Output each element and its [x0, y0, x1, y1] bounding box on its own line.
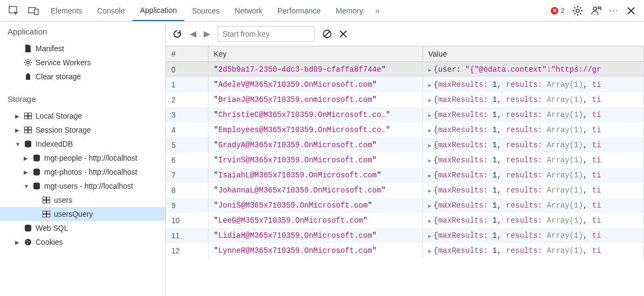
row-index: 1: [166, 77, 208, 92]
sidebar-item-db-photos[interactable]: ▶ mgt-photos - http://localhost: [0, 165, 165, 179]
tab-performance[interactable]: Performance: [270, 0, 328, 21]
svg-point-31: [25, 239, 31, 245]
sidebar-item-db-users[interactable]: ▼ mgt-users - http://localhost: [0, 179, 165, 193]
more-icon[interactable]: ···: [609, 6, 619, 16]
clear-objectstore-icon[interactable]: [322, 29, 332, 39]
row-key: "ChristieC@M365x710359.OnMicrosoft.co…": [208, 107, 423, 122]
row-index: 10: [166, 213, 208, 228]
table-row[interactable]: 0"2d5b9a17-2350-4dc3-bd09-cfaffa8f744e"▶…: [166, 62, 644, 78]
row-key: "JohannaL@M365x710359.OnMicrosoft.com": [208, 183, 423, 198]
table-row[interactable]: 11"LidiaH@M365x710359.OnMicrosoft.com"▶{…: [166, 228, 644, 243]
svg-point-3: [576, 9, 579, 12]
collapse-icon[interactable]: ▼: [24, 183, 29, 189]
tab-sources[interactable]: Sources: [184, 0, 227, 21]
refresh-icon[interactable]: [172, 29, 182, 39]
row-index: 7: [166, 168, 208, 183]
table-row[interactable]: 3"ChristieC@M365x710359.OnMicrosoft.co…"…: [166, 107, 644, 122]
sidebar-item-service-workers[interactable]: ▶ Service Workers: [0, 56, 165, 70]
database-icon: [32, 182, 41, 190]
row-value: ▶{maxResults: 1, results: Array(1), ti: [423, 243, 644, 258]
svg-point-32: [26, 240, 27, 242]
svg-rect-21: [43, 197, 46, 199]
sidebar-item-manifest[interactable]: ▶ Manifest: [0, 42, 165, 56]
table-row[interactable]: 10"LeeG@M365x710359.OnMicrosoft.com"▶{ma…: [166, 213, 644, 228]
table-row[interactable]: 8"JohannaL@M365x710359.OnMicrosoft.com"▶…: [166, 183, 644, 198]
tab-network[interactable]: Network: [227, 0, 270, 21]
table-row[interactable]: 12"LynneR@M365x710359.OnMicrosoft.com"▶{…: [166, 243, 644, 258]
row-value: ▶{maxResults: 1, results: Array(1), ti: [423, 198, 644, 213]
svg-rect-8: [29, 113, 31, 115]
feedback-icon[interactable]: [591, 5, 601, 16]
tab-console[interactable]: Console: [89, 0, 132, 21]
svg-rect-26: [43, 211, 46, 214]
expand-icon[interactable]: ▶: [15, 113, 20, 119]
row-key: "BrianJ@M365x710359.onmicrosoft.com": [208, 92, 423, 107]
tab-elements[interactable]: Elements: [43, 0, 89, 21]
table-row[interactable]: 5"GradyA@M365x710359.OnMicrosoft.com"▶{m…: [166, 137, 644, 153]
row-index: 3: [166, 107, 208, 122]
row-index: 9: [166, 198, 208, 213]
sidebar-item-store-usersquery[interactable]: ▶ usersQuery: [0, 207, 165, 221]
section-application: Application: [0, 22, 165, 42]
collapse-icon[interactable]: ▼: [15, 141, 20, 147]
column-key[interactable]: Key: [208, 46, 423, 62]
row-value: ▶{user: "{"@odata.context":"https://gr: [423, 62, 644, 78]
sidebar-item-clear-storage[interactable]: ▶ Clear storage: [0, 70, 165, 84]
inspect-element-icon[interactable]: [4, 0, 24, 21]
table-icon: [24, 112, 32, 120]
database-icon: [24, 224, 32, 232]
table-row[interactable]: 9"JoniS@M365x710359.OnMicrosoft.com"▶{ma…: [166, 198, 644, 213]
row-value: ▶{maxResults: 1, results: Array(1), ti: [423, 183, 644, 198]
prev-page-icon[interactable]: ◀: [190, 29, 196, 39]
sidebar-item-cookies[interactable]: ▶ Cookies: [0, 235, 165, 249]
row-value: ▶{maxResults: 1, results: Array(1), ti: [423, 77, 644, 92]
table-row[interactable]: 6"IrvinS@M365x710359.OnMicrosoft.com"▶{m…: [166, 153, 644, 168]
tab-application[interactable]: Application: [133, 0, 185, 21]
table-row[interactable]: 2"BrianJ@M365x710359.onmicrosoft.com"▶{m…: [166, 92, 644, 107]
error-icon: ✕: [551, 7, 558, 15]
row-value: ▶{maxResults: 1, results: Array(1), ti: [423, 228, 644, 243]
row-index: 2: [166, 92, 208, 107]
sidebar-item-db-people[interactable]: ▶ mgt-people - http://localhost: [0, 151, 165, 165]
table-row[interactable]: 1"AdeleV@M365x710359.OnMicrosoft.com"▶{m…: [166, 77, 644, 92]
trash-icon: [24, 72, 32, 81]
row-key: "GradyA@M365x710359.OnMicrosoft.com": [208, 137, 423, 153]
column-index[interactable]: #: [166, 46, 208, 62]
close-icon[interactable]: [627, 6, 635, 15]
svg-point-5: [27, 61, 30, 64]
devtools-tabbar: ElementsConsoleApplicationSourcesNetwork…: [0, 0, 644, 22]
svg-rect-14: [25, 130, 27, 133]
row-value: ▶{maxResults: 1, results: Array(1), ti: [423, 213, 644, 228]
delete-selected-icon[interactable]: [340, 30, 347, 38]
row-value: ▶{maxResults: 1, results: Array(1), ti: [423, 153, 644, 168]
sidebar-item-session-storage[interactable]: ▶ Session Storage: [0, 123, 165, 137]
expand-icon[interactable]: ▶: [15, 127, 20, 133]
toggle-device-icon[interactable]: [24, 0, 43, 21]
row-index: 0: [166, 62, 208, 78]
next-page-icon[interactable]: ▶: [204, 29, 210, 39]
sidebar-item-local-storage[interactable]: ▶ Local Storage: [0, 109, 165, 123]
table-row[interactable]: 7"IsaiahL@M365x710359.OnMicrosoft.com"▶{…: [166, 168, 644, 183]
row-key: "AdeleV@M365x710359.OnMicrosoft.com": [208, 77, 423, 92]
settings-icon[interactable]: [572, 5, 583, 16]
row-key: "2d5b9a17-2350-4dc3-bd09-cfaffa8f744e": [208, 62, 423, 78]
expand-icon[interactable]: ▶: [24, 155, 29, 161]
expand-icon[interactable]: ▶: [24, 169, 29, 175]
table-icon: [42, 210, 51, 218]
gear-icon: [24, 58, 32, 67]
svg-rect-22: [47, 197, 50, 199]
svg-rect-10: [29, 116, 31, 119]
expand-icon[interactable]: ▶: [15, 239, 20, 245]
sidebar-item-indexeddb[interactable]: ▼ IndexedDB: [0, 137, 165, 151]
error-indicator[interactable]: ✕ 2: [551, 6, 564, 15]
start-from-key-input[interactable]: [218, 26, 315, 42]
table-row[interactable]: 4"Employees@M365x710359.OnMicrosoft.co…"…: [166, 122, 644, 137]
sidebar-item-websql[interactable]: ▶ Web SQL: [0, 221, 165, 235]
row-key: "JoniS@M365x710359.OnMicrosoft.com": [208, 198, 423, 213]
tab-memory[interactable]: Memory: [328, 0, 371, 21]
sidebar-item-store-users[interactable]: ▶ users: [0, 193, 165, 207]
row-key: "IrvinS@M365x710359.OnMicrosoft.com": [208, 153, 423, 168]
more-tabs-icon[interactable]: »: [371, 0, 384, 21]
row-value: ▶{maxResults: 1, results: Array(1), ti: [423, 168, 644, 183]
column-value[interactable]: Value: [423, 46, 644, 62]
